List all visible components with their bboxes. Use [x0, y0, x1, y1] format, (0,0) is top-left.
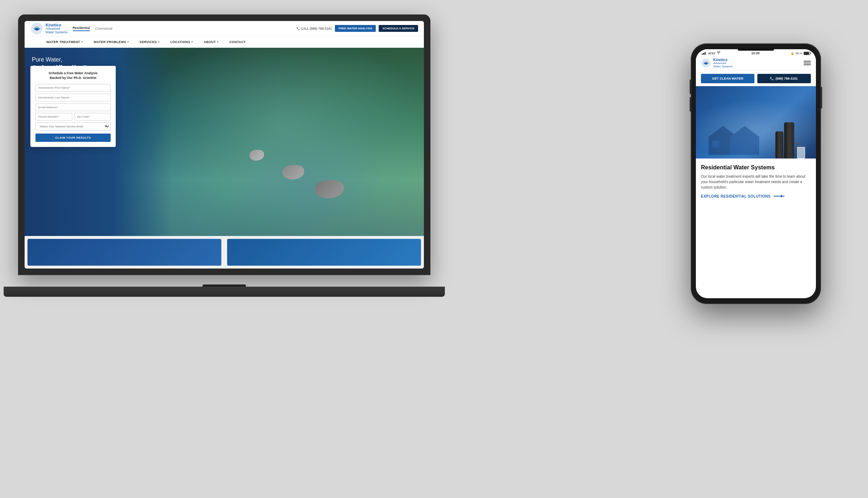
phone-screen: AT&T 10:30 🔒 98 % [696, 49, 816, 298]
nav-item-water-problems[interactable]: WATER PROBLEMS ▾ [94, 40, 129, 44]
hamburger-line-2 [804, 63, 811, 63]
form-card-title: Schedule a Free Water Analysis Backed by… [35, 71, 111, 80]
form-email-input[interactable] [35, 104, 111, 111]
nav-services-arrow: ▾ [158, 41, 159, 43]
phone-kinetico-logo [701, 58, 711, 68]
phone-section-text: Our local water treatment experts will t… [701, 174, 811, 190]
bottom-section [25, 236, 424, 269]
btn-schedule-service[interactable]: SCHEDULE A SERVICE [379, 25, 418, 32]
laptop-screen: Kinetico Advanced Water Systems Resident… [25, 21, 424, 269]
nav-services-label: SERVICES [140, 40, 157, 44]
hamburger-line-1 [804, 61, 811, 62]
form-title-line2: Backed by Our Ph.D. Scientist [50, 76, 96, 80]
tab-residential[interactable]: Residential [73, 26, 90, 31]
bottom-card-residential [27, 239, 221, 266]
form-row-phone-zip [35, 113, 111, 121]
phone-section-title: Residential Water Systems [701, 164, 811, 171]
phone-call-icon [770, 77, 774, 80]
logo-water-systems-text: Water Systems [46, 31, 68, 34]
form-phone-input[interactable] [35, 113, 72, 121]
svg-rect-5 [712, 140, 719, 148]
cylinder-large [784, 122, 794, 159]
bottom-card-commercial [227, 239, 421, 266]
nav-item-contact[interactable]: CONTACT [229, 40, 246, 44]
volume-down-button[interactable] [690, 97, 691, 111]
call-link[interactable]: CALL (888) 788-3181 [297, 27, 332, 30]
volume-up-button[interactable] [690, 80, 691, 94]
svg-marker-3 [730, 126, 759, 155]
laptop-device: Kinetico Advanced Water Systems Resident… [18, 14, 430, 297]
phone-logo-text: Kinetico Advanced Water Systems [713, 58, 733, 68]
carrier-text: AT&T [708, 52, 716, 55]
wifi-icon [717, 51, 720, 55]
form-last-name-input[interactable] [35, 94, 111, 101]
lock-icon: 🔒 [791, 52, 794, 55]
battery-icon [804, 52, 810, 55]
battery-percent: 98 % [796, 52, 802, 55]
scene: Kinetico Advanced Water Systems Resident… [0, 0, 868, 498]
nav-contact-label: CONTACT [229, 40, 246, 44]
signal-bar-1 [702, 54, 703, 55]
kinetico-logo-icon [30, 22, 43, 35]
water-glass [797, 147, 805, 159]
nav-water-problems-label: WATER PROBLEMS [94, 40, 126, 44]
form-card: Schedule a Free Water Analysis Backed by… [30, 66, 116, 147]
phone-header: Kinetico Advanced Water Systems [696, 56, 816, 71]
website-nav-bar: WATER TREATMENT ▾ WATER PROBLEMS ▾ SERVI… [25, 36, 424, 48]
status-bar-right: 🔒 98 % [791, 52, 810, 55]
nav-water-problems-arrow: ▾ [127, 41, 129, 43]
tab-commercial[interactable]: Commercial [95, 27, 112, 30]
phone-body: AT&T 10:30 🔒 98 % [691, 43, 821, 304]
logo-text-area: Kinetico Advanced Water Systems [46, 23, 68, 34]
website-top-bar: Kinetico Advanced Water Systems Resident… [25, 21, 424, 36]
explore-link-text: EXPLORE RESIDENTIAL SOLUTIONS [701, 194, 771, 198]
top-bar-left: Kinetico Advanced Water Systems Resident… [30, 22, 112, 35]
form-first-name-input[interactable] [35, 84, 111, 92]
hamburger-menu[interactable] [804, 61, 811, 65]
logo-area: Kinetico Advanced Water Systems [30, 22, 68, 35]
hero-section: Pure Water, Scientifically Proven. Sched… [25, 48, 424, 236]
logo-kinetico-text: Kinetico [46, 23, 68, 27]
phone-action-buttons: GET CLEAN WATER (888) 788-3181 [696, 71, 816, 86]
form-title-line1: Schedule a Free Water Analysis [48, 71, 97, 75]
form-zip-input[interactable] [74, 113, 111, 121]
signal-bars [702, 52, 707, 55]
signal-bar-3 [705, 52, 706, 55]
nav-locations-label: LOCATIONS [170, 40, 190, 44]
battery-fill [804, 52, 809, 55]
nav-item-water-treatment[interactable]: WATER TREATMENT ▾ [46, 40, 83, 44]
house-silhouette [701, 119, 781, 155]
phone-call-number: (888) 788-3181 [775, 77, 798, 80]
phone-explore-link[interactable]: EXPLORE RESIDENTIAL SOLUTIONS [701, 194, 811, 198]
nav-item-about[interactable]: ABOUT ▾ [204, 40, 218, 44]
form-service-area-select[interactable]: Select Your Nearest Service Area* [35, 122, 111, 131]
status-time: 10:30 [751, 51, 760, 55]
phone-hero-image [696, 86, 816, 159]
nav-water-treatment-arrow: ▾ [81, 41, 83, 43]
phone-device: AT&T 10:30 🔒 98 % [691, 43, 821, 304]
top-bar-right: CALL (888) 788-3181 FREE WATER ANALYSIS … [297, 25, 418, 32]
website: Kinetico Advanced Water Systems Resident… [25, 21, 424, 269]
nav-item-locations[interactable]: LOCATIONS ▾ [170, 40, 193, 44]
hamburger-line-3 [804, 64, 811, 65]
svg-rect-6 [723, 140, 730, 155]
btn-claim-results[interactable]: CLAIM YOUR RESULTS [35, 134, 111, 142]
power-button[interactable] [821, 87, 822, 109]
btn-phone-number[interactable]: (888) 788-3181 [757, 74, 811, 83]
nav-locations-arrow: ▾ [191, 41, 193, 43]
status-bar-left: AT&T [702, 51, 720, 55]
signal-bar-4 [706, 54, 707, 55]
btn-get-clean-water[interactable]: GET CLEAN WATER [701, 74, 754, 83]
btn-free-water-analysis[interactable]: FREE WATER ANALYSIS [335, 25, 376, 32]
nav-about-arrow: ▾ [217, 41, 218, 43]
nav-water-treatment-label: WATER TREATMENT [46, 40, 80, 44]
phone-content: Residential Water Systems Our local wate… [696, 159, 816, 298]
rock-1 [282, 165, 304, 180]
phone-icon [297, 27, 300, 30]
phone-logo: Kinetico Advanced Water Systems [701, 58, 733, 68]
nav-item-services[interactable]: SERVICES ▾ [140, 40, 159, 44]
call-text: CALL (888) 788-3181 [301, 27, 332, 30]
laptop-body: Kinetico Advanced Water Systems Resident… [18, 14, 430, 275]
rock-2 [315, 180, 344, 198]
signal-bar-2 [703, 53, 704, 55]
